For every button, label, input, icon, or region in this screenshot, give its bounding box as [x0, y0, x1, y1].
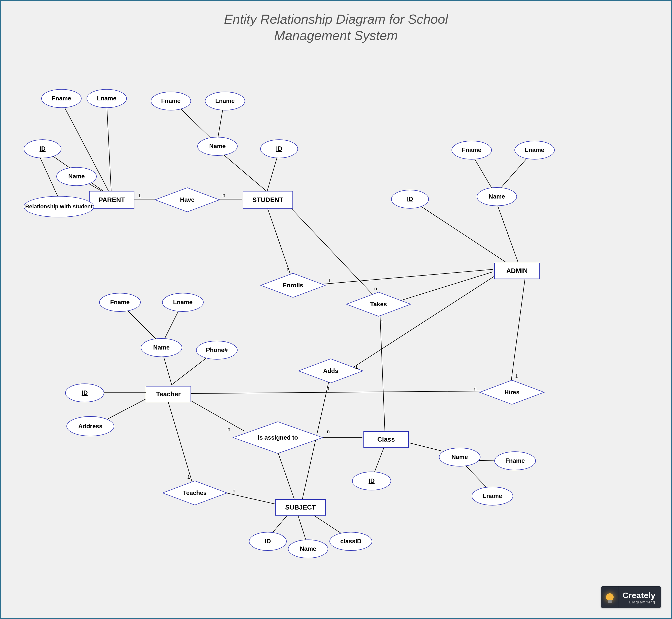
attr-parent-name: Name — [56, 167, 97, 186]
rel-label: Takes — [370, 301, 387, 308]
svg-line-14 — [410, 199, 506, 262]
entity-label: SUBJECT — [285, 503, 316, 511]
svg-line-32 — [277, 450, 295, 500]
svg-line-13 — [320, 270, 493, 285]
svg-line-21 — [189, 391, 483, 394]
svg-line-33 — [168, 401, 193, 485]
entity-label: STUDENT — [253, 196, 283, 204]
attr-student-name: Name — [197, 137, 238, 156]
card-class-takes: n — [380, 319, 383, 325]
title-line-1: Entity Relationship Diagram for School — [224, 12, 448, 26]
rel-label: Enrolls — [283, 282, 303, 289]
attr-admin-fname: Fname — [452, 141, 492, 159]
logo-brand: Creately — [623, 591, 655, 600]
attr-text: Lname — [525, 147, 544, 153]
logo-bulb-icon — [601, 586, 619, 608]
card-teacher-teaches: 1 — [187, 474, 190, 480]
title-line-2: Management System — [274, 28, 398, 43]
card-class-assigned: n — [327, 429, 330, 434]
card-teacher-hires: n — [474, 386, 476, 392]
attr-text: ID — [265, 538, 271, 545]
entity-student: STUDENT — [243, 191, 293, 209]
svg-line-22 — [380, 312, 385, 432]
attr-text: Fname — [52, 95, 71, 101]
attr-admin-name: Name — [477, 187, 517, 206]
logo-subtitle: Diagramming — [623, 600, 655, 604]
attr-text: Fname — [462, 147, 481, 153]
entity-parent: PARENT — [89, 191, 134, 209]
attr-student-lname: Lname — [205, 91, 245, 111]
attr-text: Address — [78, 423, 103, 429]
attr-teacher-phone: Phone# — [196, 341, 238, 359]
card-admin-hires: 1 — [515, 373, 518, 379]
entity-parent-label: PARENT — [99, 196, 125, 204]
attr-teacher-name: Name — [141, 338, 182, 357]
attr-text: Name — [209, 143, 225, 149]
attr-text: Lname — [173, 299, 193, 305]
attr-admin-lname: Lname — [515, 141, 555, 159]
card-student-takes: n — [374, 286, 377, 292]
attr-subject-name: Name — [288, 540, 328, 558]
attr-text: Name — [300, 546, 316, 552]
entity-class: Class — [363, 431, 409, 448]
card-parent-have: 1 — [138, 193, 141, 199]
card-teacher-assigned: n — [227, 426, 230, 432]
card-student-enrolls: n — [287, 267, 289, 272]
svg-line-3 — [107, 99, 112, 197]
rel-label: Is assigned to — [258, 434, 298, 441]
attr-text: ID — [369, 478, 375, 484]
attr-text: Relationship with student — [25, 204, 92, 210]
rel-hires: Hires — [479, 380, 545, 405]
attr-student-fname: Fname — [151, 91, 191, 111]
rel-have: Have — [154, 187, 220, 212]
attr-text: Name — [68, 173, 84, 180]
attr-text: classID — [340, 538, 361, 545]
card-subject-teaches: n — [232, 488, 235, 494]
attr-text: ID — [82, 390, 88, 396]
rel-teaches: Teaches — [162, 480, 227, 505]
attr-student-id: ID — [260, 139, 298, 158]
attr-parent-relationship: Relationship with student — [24, 196, 94, 217]
attr-text: Lname — [97, 95, 116, 101]
attr-parent-lname: Lname — [86, 89, 127, 108]
attr-text: Name — [452, 454, 468, 460]
card-subject-adds: n — [326, 385, 329, 391]
svg-line-7 — [217, 149, 267, 192]
attr-text: Fname — [161, 97, 181, 104]
entity-label: ADMIN — [506, 267, 528, 275]
attr-subject-id: ID — [249, 532, 287, 551]
creately-logo: Creately Diagramming — [601, 586, 661, 608]
svg-line-18 — [511, 276, 526, 387]
attr-text: Fname — [110, 299, 130, 305]
attr-subject-classid: classID — [329, 532, 372, 551]
rel-label: Teaches — [183, 489, 207, 496]
rel-enrolls: Enrolls — [260, 273, 326, 298]
attr-teacher-address: Address — [66, 416, 114, 436]
attr-admin-id: ID — [391, 190, 429, 209]
diagram-canvas: Entity Relationship Diagram for School M… — [0, 0, 672, 619]
entity-admin: ADMIN — [494, 263, 540, 279]
svg-line-15 — [495, 199, 518, 262]
attr-parent-fname: Fname — [41, 89, 81, 108]
rel-adds: Adds — [298, 358, 363, 384]
rel-label: Adds — [323, 367, 338, 374]
rel-takes: Takes — [346, 292, 411, 317]
entity-teacher: Teacher — [146, 386, 191, 402]
attr-text: Lname — [215, 97, 234, 104]
svg-line-19 — [400, 272, 493, 301]
attr-text: Fname — [506, 458, 525, 464]
card-admin-enrolls: 1 — [328, 278, 331, 284]
attr-text: ID — [40, 145, 46, 152]
attr-teacher-id: ID — [65, 384, 104, 402]
attr-parent-id: ID — [24, 139, 61, 158]
card-student-have: n — [222, 192, 225, 198]
attr-text: Name — [153, 344, 170, 351]
attr-text: Phone# — [206, 347, 228, 353]
attr-text: Lname — [483, 493, 502, 499]
attr-teacher-lname: Lname — [162, 293, 204, 312]
rel-label: Have — [180, 196, 194, 203]
entity-subject: SUBJECT — [275, 499, 326, 515]
attr-text: ID — [276, 145, 282, 152]
entity-label: Class — [377, 435, 395, 443]
rel-is-assigned-to: Is assigned to — [232, 421, 323, 454]
